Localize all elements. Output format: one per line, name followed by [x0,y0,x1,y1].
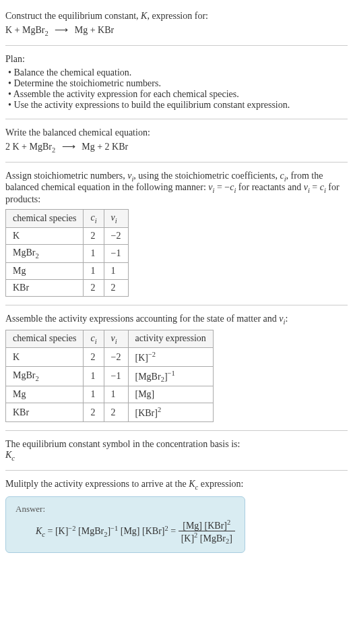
t: Mulitply the activity expressions to arr… [5,479,189,489]
cell-nu: −2 [104,227,128,244]
divider [5,470,348,471]
d: ] [229,533,232,544]
d: [MgBr [197,533,226,544]
sup: −2 [148,351,156,358]
s: Mg [13,389,26,399]
sub: i [95,217,97,225]
t: Assign stoichiometric numbers, [5,171,127,181]
a: [Mg] [135,389,155,399]
cell-nu: 2 [104,403,128,422]
n: [Mg] [KBr] [183,520,227,530]
s: K [13,352,20,362]
sub: i [115,337,117,345]
title-suffix: , expression for: [147,11,208,21]
fraction: [Mg] [KBr]2[K]2 [MgBr2] [179,519,235,546]
cell-species: KBr [6,279,84,296]
table-row: KBr 2 2 [6,279,129,296]
cell-c: 1 [84,244,104,262]
plan-section: Plan: • Balance the chemical equation. •… [5,49,348,116]
th-activity: activity expression [128,330,213,348]
kc: K [36,526,42,536]
plan-item: • Balance the chemical equation. [5,67,348,78]
cell-activity: [KBr]2 [128,403,213,422]
table-header-row: chemical species ci νi [6,210,129,228]
s: Mg [13,266,26,276]
plan-list: • Balance the chemical equation. • Deter… [5,67,348,111]
eq-lhs-sub: 2 [44,30,48,37]
k: K [5,450,11,460]
table-row: MgBr2 1 −1 [6,244,129,262]
top-equation: K + MgBr2 ⟶ Mg + KBr [5,24,348,37]
th-c: ci [84,210,104,228]
plan-item: • Assemble the activity expression for e… [5,89,348,100]
cell-species: MgBr2 [6,367,84,386]
plan-item: • Use the activity expressions to build … [5,100,348,111]
multiply-section: Mulitply the activity expressions to arr… [5,473,348,558]
table-row: Mg 1 1 [6,262,129,279]
title-k: K [141,11,147,21]
sup: −1 [110,524,118,531]
eq-rhs: Mg + KBr [75,25,114,35]
s: MgBr [13,247,35,258]
d: [K] [181,533,194,544]
answer-label: Answer: [15,504,235,515]
cell-c: 2 [84,227,104,244]
cell-species: Mg [6,262,84,279]
balanced-section: Write the balanced chemical equation: 2 … [5,122,348,159]
divider [5,430,348,431]
symbol-kc: Kc [5,450,348,462]
cell-activity: [Mg] [128,386,213,403]
b-rhs: Mg + 2 KBr [82,142,128,152]
plan-heading: Plan: [5,54,348,65]
cell-species: Mg [6,386,84,403]
answer-box: Answer: Kc = [K]−2 [MgBr2]−1 [Mg] [KBr]2… [5,496,245,553]
arrow-icon: ⟶ [62,141,75,152]
e: = − [214,182,230,192]
th-c: ci [84,330,104,348]
cell-c: 2 [84,348,104,367]
th-nu: νi [104,330,128,348]
table-row: K 2 −2 [K]−2 [6,348,214,367]
cell-species: K [6,227,84,244]
cell-activity: [MgBr2]−1 [128,367,213,386]
table-row: K 2 −2 [6,227,129,244]
cell-nu: 1 [104,262,128,279]
t: Assemble the activity expressions accoun… [5,314,279,324]
cell-c: 2 [84,403,104,422]
table-row: MgBr2 1 −1 [MgBr2]−1 [6,367,214,386]
stoich-table: chemical species ci νi K 2 −2 MgBr2 1 −1… [5,209,129,297]
b-lhs-sub: 2 [52,146,55,154]
cell-nu: 2 [104,279,128,296]
answer-equation: Kc = [K]−2 [MgBr2]−1 [Mg] [KBr]2 = [Mg] … [15,519,235,546]
stoich-section: Assign stoichiometric numbers, νi, using… [5,165,348,302]
sup: −2 [68,524,75,531]
b-lhs: 2 K + MgBr [5,142,52,152]
multiply-text: Mulitply the activity expressions to arr… [5,479,348,491]
e: = [310,182,320,192]
p: [MgBr [76,526,104,536]
cell-c: 1 [84,262,104,279]
table-header-row: chemical species ci νi activity expressi… [6,330,214,348]
arrow-icon: ⟶ [55,24,68,36]
sup: −1 [168,370,175,377]
eq: = [168,526,179,536]
activity-text: Assemble the activity expressions accoun… [5,314,348,326]
s: MgBr [13,370,35,380]
cell-species: K [6,348,84,367]
denominator: [K]2 [MgBr2] [179,531,235,545]
eq-lhs: K + MgBr [5,25,44,35]
sub: 2 [35,375,38,382]
sub: i [95,337,97,345]
balanced-heading: Write the balanced chemical equation: [5,127,348,138]
cell-c: 2 [84,279,104,296]
title-section: Construct the equilibrium constant, K, e… [5,5,348,42]
cell-species: KBr [6,403,84,422]
divider [5,162,348,163]
a: [KBr] [135,408,158,418]
cell-c: 1 [84,367,104,386]
k: K [189,479,195,489]
cell-nu: −1 [104,244,128,262]
s: KBr [13,283,29,293]
t: expression: [198,479,243,489]
cell-nu: −1 [104,367,128,386]
